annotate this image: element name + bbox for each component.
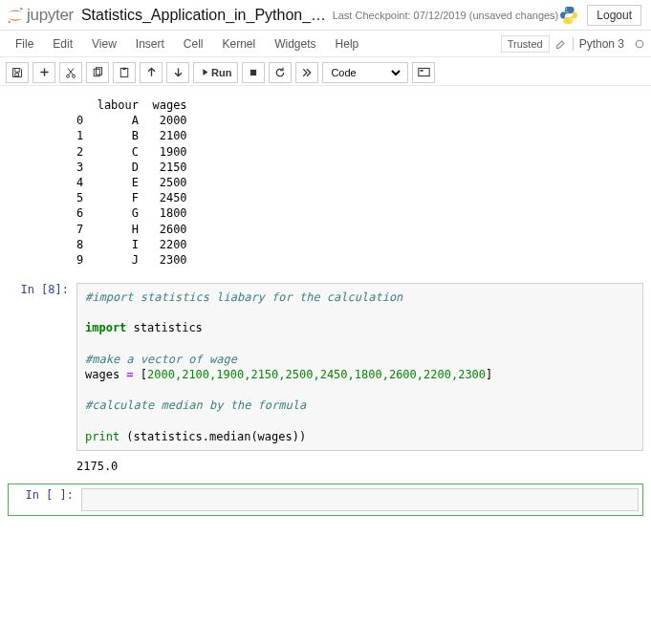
dataframe-text: labour wages 0 A 2000 1 B 2100 2 C 1900 … (76, 97, 643, 268)
code-cell-empty[interactable]: In [ ]: (12, 488, 639, 511)
cell-type-select[interactable]: Code (322, 62, 408, 83)
code-cell-8[interactable]: In [8]: #import statistics liabary for t… (8, 283, 643, 451)
move-up-button[interactable] (140, 62, 163, 83)
pencil-icon[interactable] (555, 38, 567, 50)
empty-prompt: In [ ]: (12, 488, 81, 511)
menu-view[interactable]: View (82, 33, 126, 54)
kernel-name[interactable]: Python 3 (579, 37, 628, 51)
kernel-status-icon (634, 38, 645, 50)
svg-point-5 (67, 75, 70, 77)
in8-prompt: In [8]: (8, 283, 76, 451)
svg-rect-11 (250, 69, 256, 75)
dataframe-output: labour wages 0 A 2000 1 B 2100 2 C 1900 … (76, 97, 643, 268)
output-prompt (8, 97, 76, 268)
svg-rect-10 (123, 67, 126, 69)
code-input-empty[interactable] (81, 488, 639, 511)
menu-insert[interactable]: Insert (126, 33, 174, 54)
menu-widgets[interactable]: Widgets (265, 33, 325, 54)
interrupt-button[interactable] (242, 62, 265, 83)
divider (573, 37, 574, 51)
jupyter-logo-icon (6, 6, 25, 25)
svg-point-6 (73, 75, 76, 77)
add-cell-button[interactable] (33, 62, 55, 83)
cell-type-dropdown[interactable]: Code (327, 66, 403, 79)
jupyter-logo-text: jupyter (27, 6, 74, 25)
out8-prompt (8, 459, 76, 474)
menubar: File Edit View Insert Cell Kernel Widget… (0, 31, 651, 57)
save-button[interactable] (6, 62, 29, 83)
restart-button[interactable] (269, 62, 292, 83)
svg-rect-12 (419, 68, 429, 75)
run-icon (200, 68, 208, 76)
menu-help[interactable]: Help (326, 33, 369, 54)
run-label: Run (211, 67, 231, 78)
menu-cell[interactable]: Cell (174, 33, 213, 54)
header: jupyter Statistics_Application_in_Python… (0, 0, 651, 31)
toolbar: Run Code (0, 57, 651, 86)
menu-file[interactable]: File (6, 33, 43, 54)
output-cell-8: 2175.0 (8, 459, 643, 474)
restart-run-all-button[interactable] (295, 62, 318, 83)
output-8-text: 2175.0 (76, 459, 643, 474)
move-down-button[interactable] (166, 62, 189, 83)
copy-button[interactable] (86, 62, 109, 83)
svg-rect-13 (420, 70, 423, 72)
logout-button[interactable]: Logout (587, 5, 641, 26)
svg-point-2 (566, 8, 567, 9)
trusted-button[interactable]: Trusted (501, 35, 550, 53)
code-input-8[interactable]: #import statistics liabary for the calcu… (76, 283, 643, 451)
cut-button[interactable] (59, 62, 82, 83)
svg-point-1 (9, 20, 11, 23)
svg-point-3 (571, 20, 572, 21)
menu-edit[interactable]: Edit (43, 33, 82, 54)
paste-button[interactable] (113, 62, 136, 83)
python-logo-icon (558, 5, 579, 26)
menu-kernel[interactable]: Kernel (213, 33, 266, 54)
checkpoint-text: Last Checkpoint: 07/12/2019 (unsaved cha… (333, 10, 559, 21)
output-cell-dataframe: labour wages 0 A 2000 1 B 2100 2 C 1900 … (8, 97, 643, 268)
notebook-title[interactable]: Statistics_Application_in_Python_Chapter… (81, 7, 327, 24)
output-8: 2175.0 (76, 459, 643, 474)
svg-point-4 (636, 40, 643, 48)
code-text-8[interactable]: #import statistics liabary for the calcu… (85, 290, 635, 444)
svg-point-0 (20, 7, 23, 10)
run-button[interactable]: Run (193, 62, 238, 83)
notebook-body[interactable]: labour wages 0 A 2000 1 B 2100 2 C 1900 … (0, 86, 651, 644)
selected-cell[interactable]: In [ ]: (8, 483, 643, 516)
command-palette-button[interactable] (412, 62, 435, 83)
